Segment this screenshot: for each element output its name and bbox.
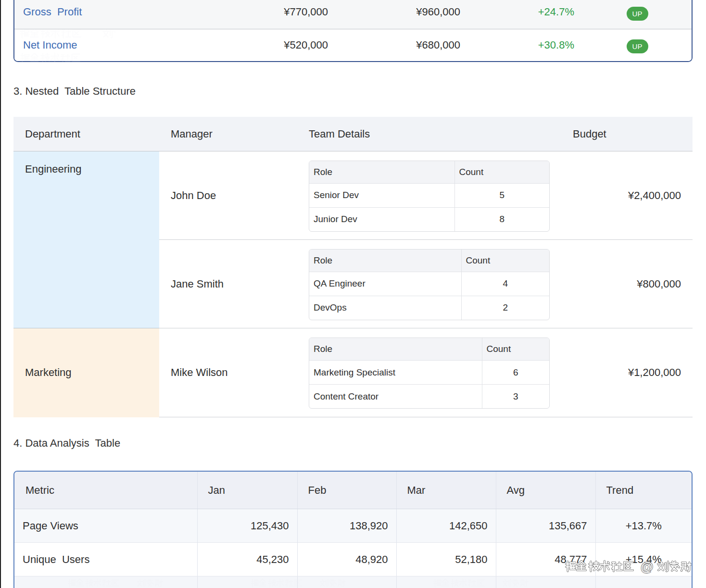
svg-text:@: @ — [641, 560, 653, 574]
